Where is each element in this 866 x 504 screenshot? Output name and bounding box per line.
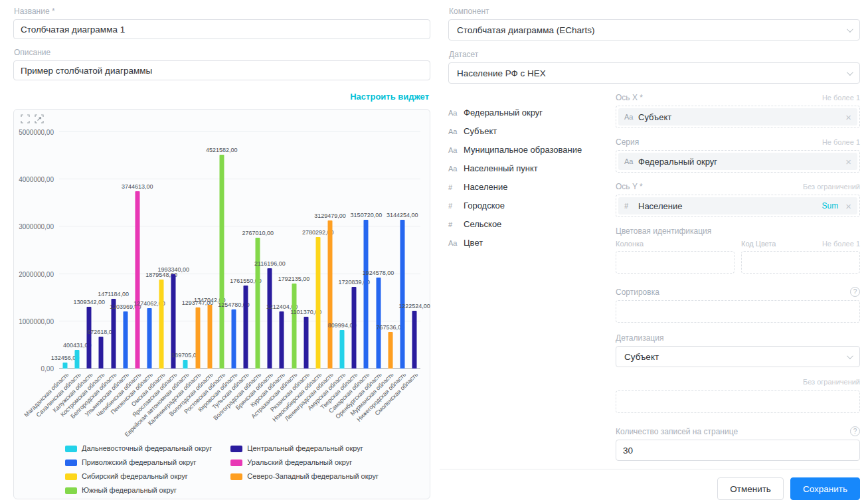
bar-slot: 2116196,00Брянская область: [264, 132, 276, 369]
bar[interactable]: [195, 307, 200, 369]
legend-swatch-icon: [65, 460, 77, 466]
bar[interactable]: [280, 311, 284, 369]
bar[interactable]: [376, 278, 381, 369]
bar[interactable]: [340, 330, 345, 369]
configure-widget-link[interactable]: Настроить виджет: [350, 92, 429, 102]
bar[interactable]: [207, 305, 212, 369]
component-label: Компонент: [449, 7, 860, 16]
sorting-dropzone[interactable]: [616, 300, 860, 323]
y-axis-chip[interactable]: # Население Sum ×: [618, 197, 857, 214]
bar[interactable]: [292, 284, 296, 369]
series-dropzone[interactable]: Aa Федеральный округ ×: [616, 150, 860, 173]
widget-settings-panel: Компонент Столбчатая диаграмма (ECharts)…: [448, 7, 860, 501]
series-chip[interactable]: Aa Федеральный округ ×: [618, 153, 857, 170]
bar[interactable]: [364, 220, 369, 369]
help-icon[interactable]: ?: [850, 426, 860, 436]
x-axis-dropzone[interactable]: Aa Субъект ×: [616, 106, 860, 128]
name-input[interactable]: [13, 19, 430, 39]
legend-item[interactable]: Южный федеральный округ: [65, 486, 212, 495]
zoom-reset-icon[interactable]: [35, 114, 44, 124]
dataset-field-item[interactable]: AaСубъект: [448, 126, 616, 136]
remove-chip-icon[interactable]: ×: [845, 201, 851, 211]
legend-swatch-icon: [65, 487, 77, 494]
bar[interactable]: [123, 311, 128, 369]
remove-chip-icon[interactable]: ×: [845, 112, 851, 122]
bar[interactable]: [256, 238, 260, 369]
color-column-label: Колонка: [616, 240, 735, 248]
field-type-icon: Aa: [624, 157, 634, 165]
bar[interactable]: [352, 287, 357, 369]
bar[interactable]: [99, 337, 104, 369]
legend-item[interactable]: Северо-Западный федеральный округ: [230, 472, 379, 481]
bar[interactable]: [412, 311, 416, 369]
bar[interactable]: [268, 268, 272, 369]
detail-limit: Без ограничений: [803, 378, 860, 386]
cancel-button[interactable]: Отменить: [717, 477, 784, 500]
bar[interactable]: [159, 280, 164, 369]
bar-slot: 132456,00Магаданская область: [59, 132, 71, 369]
legend-label: Дальневосточный федеральный округ: [82, 444, 212, 453]
dataset-field-item[interactable]: AaЦвет: [448, 238, 616, 248]
dataset-fields-list: AaФедеральный округAaСубъектAaМуниципаль…: [448, 93, 616, 481]
x-axis-group: Ось X * Не более 1 Aa Субъект ×: [616, 93, 860, 128]
legend-item[interactable]: Центральный федеральный округ: [230, 444, 379, 453]
chevron-down-icon: [847, 26, 853, 33]
field-name: Цвет: [464, 238, 483, 248]
x-axis-limit: Не более 1: [822, 94, 860, 102]
x-axis-label: Ось X *: [616, 93, 643, 102]
bar[interactable]: [135, 191, 139, 369]
y-axis-tick-label: 2000000,00: [19, 271, 54, 278]
bar-slot: 3744613,00Челябинская область: [131, 132, 143, 369]
dataset-field-item[interactable]: AaМуниципальное образование: [448, 145, 616, 155]
bar[interactable]: [75, 350, 80, 369]
bar[interactable]: [219, 155, 224, 369]
bar[interactable]: [315, 237, 320, 369]
dataset-select[interactable]: Население РФ с HEX: [448, 62, 860, 84]
bar[interactable]: [87, 307, 92, 369]
bar[interactable]: [183, 360, 188, 369]
dataset-field-item[interactable]: #Сельское: [448, 219, 616, 229]
bar[interactable]: [244, 286, 248, 369]
y-axis-tick-label: 0,00: [41, 365, 54, 373]
bar[interactable]: [303, 317, 308, 369]
aggregation-tag[interactable]: Sum: [822, 201, 839, 210]
bar[interactable]: [400, 220, 404, 369]
legend-item[interactable]: Сибирский федеральный округ: [65, 472, 212, 481]
detail-select[interactable]: Субъект: [616, 346, 860, 367]
bar[interactable]: [231, 309, 236, 369]
dataset-field-item[interactable]: #Население: [448, 182, 616, 192]
bar[interactable]: [388, 332, 392, 369]
dataset-field-item[interactable]: AaНаселенный пункт: [448, 163, 616, 173]
component-select[interactable]: Столбчатая диаграмма (ECharts): [448, 19, 860, 41]
color-code-dropzone[interactable]: [741, 251, 860, 274]
bar-slot: 1879548,00Омская область: [155, 132, 167, 369]
legend-label: Северо-Западный федеральный округ: [247, 472, 379, 481]
footer-actions: Отменить Сохранить: [440, 469, 860, 501]
remove-chip-icon[interactable]: ×: [845, 157, 851, 167]
help-icon[interactable]: ?: [850, 287, 860, 297]
color-identification-group: Цветовая идентификация Колонка Код Цвета…: [616, 226, 860, 274]
page-size-input[interactable]: [616, 440, 860, 461]
legend-item[interactable]: Уральский федеральный округ: [230, 458, 379, 467]
field-name: Сельское: [464, 219, 501, 229]
dataset-field-item[interactable]: #Городское: [448, 201, 616, 210]
field-type-icon: Aa: [448, 239, 458, 247]
save-button[interactable]: Сохранить: [790, 477, 860, 500]
chart-preview-panel: 0,001000000,002000000,003000000,00400000…: [13, 109, 430, 499]
x-axis-chip[interactable]: Aa Субъект ×: [618, 108, 857, 126]
legend-swatch-icon: [230, 473, 242, 480]
zoom-select-icon[interactable]: [21, 114, 30, 124]
bar[interactable]: [327, 220, 332, 369]
legend-item[interactable]: Приволжский федеральный округ: [65, 458, 212, 467]
y-axis-dropzone[interactable]: # Население Sum ×: [616, 195, 860, 217]
detail-dropzone[interactable]: [616, 390, 860, 413]
dataset-field-item[interactable]: AaФедеральный округ: [448, 108, 616, 118]
chart-toolbox: [21, 114, 44, 124]
bar[interactable]: [147, 308, 151, 369]
bar[interactable]: [63, 363, 68, 369]
color-column-dropzone[interactable]: [616, 251, 735, 274]
legend-item[interactable]: Дальневосточный федеральный округ: [65, 444, 212, 453]
description-input[interactable]: [13, 60, 430, 80]
dataset-label: Датасет: [449, 50, 860, 59]
chevron-down-icon: [847, 69, 853, 76]
